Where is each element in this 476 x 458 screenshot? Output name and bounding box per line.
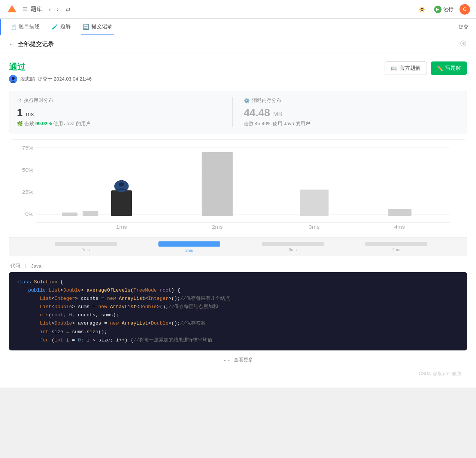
- nav-arrows: ‹ › ⇄: [46, 4, 73, 14]
- svg-rect-22: [62, 213, 77, 216]
- timeline-label-3ms: 3ms: [289, 247, 297, 252]
- problem-list-icon: ☰: [22, 6, 28, 13]
- code-section: 代码 ｜ Java class Solution { public List<D…: [9, 262, 467, 368]
- tab-description[interactable]: 📄 题目描述: [9, 19, 41, 35]
- timeline-label-1ms: 1ms: [82, 247, 90, 252]
- svg-line-6: [424, 7, 424, 7]
- svg-line-10: [424, 11, 424, 12]
- timeline-bar: 1ms 2ms 3ms 4ms: [9, 237, 467, 256]
- book-icon: 📖: [391, 65, 397, 71]
- result-meta: 殷志鹏 提交于 2024.03.04 21:46: [9, 75, 92, 83]
- stats-cards: ⏱ 执行用时分布 1 ms 🌿 击败 99.92% 使用 Java 的用户 ⚙️…: [9, 91, 467, 133]
- next-problem-button[interactable]: ›: [54, 4, 61, 14]
- timeline-bar-2ms: [158, 241, 221, 247]
- code-line-4: List<Double> sums = new ArrayList<Double…: [16, 303, 460, 311]
- timeline-label-4ms: 4ms: [392, 247, 400, 252]
- csdn-watermark: CSDN @殷 grd_志鹏: [9, 368, 467, 380]
- svg-rect-24: [111, 190, 132, 216]
- svg-line-5: [420, 7, 421, 7]
- memory-icon: ⚙️: [244, 98, 250, 103]
- timeline-1ms[interactable]: 1ms: [34, 242, 137, 252]
- mem-stat-card: ⚙️ 消耗内存分布 44.48 MB 击败 45.40% 使用 Java 的用户: [232, 97, 459, 127]
- run-button[interactable]: ▶ 运行: [434, 6, 454, 13]
- code-line-3: List<Integer> counts = new ArrayList<Int…: [16, 295, 460, 303]
- view-more[interactable]: ⌄⌄ 查看更多: [9, 352, 467, 368]
- svg-text:25%: 25%: [22, 189, 33, 195]
- nav-title-area: ☰ 题库: [22, 6, 42, 13]
- top-nav: ☰ 题库 ‹ › ⇄ ▶ 运行 G: [0, 0, 476, 19]
- avatar-text: G: [463, 7, 466, 12]
- submitted-at: 提交于 2024.03.04 21:46: [38, 76, 92, 82]
- svg-text:4ms: 4ms: [394, 225, 405, 230]
- timeline-4ms[interactable]: 4ms: [345, 242, 448, 252]
- code-line-2: public List<Double> averageOfLevels(Tree…: [16, 286, 460, 295]
- official-solution-button[interactable]: 📖 官方题解: [385, 61, 427, 75]
- svg-rect-28: [300, 190, 328, 216]
- result-buttons: 📖 官方题解 ✏️ 写题解: [385, 61, 467, 75]
- chart-wrapper: 75% 50% 25% 0%: [9, 140, 467, 237]
- mem-stat-value: 44.48 MB: [244, 107, 452, 119]
- all-submissions-label: 全部提交记录: [18, 40, 54, 48]
- code-block: class Solution { public List<Double> ave…: [9, 272, 467, 350]
- code-separator: ｜: [23, 262, 28, 269]
- svg-rect-23: [83, 211, 98, 216]
- debug-button[interactable]: [416, 3, 428, 15]
- time-stat-value: 1 ms: [17, 107, 225, 119]
- view-more-label: 查看更多: [234, 356, 253, 363]
- solution-tab-icon: 🧪: [52, 24, 58, 30]
- logo[interactable]: [6, 3, 18, 15]
- code-lang: Java: [31, 263, 41, 269]
- problem-list-label[interactable]: 题库: [31, 6, 42, 13]
- shuffle-button[interactable]: ⇄: [63, 4, 73, 14]
- svg-text:0%: 0%: [25, 212, 33, 217]
- time-stat-label: ⏱ 执行用时分布: [17, 97, 225, 104]
- user-avatar[interactable]: G: [460, 4, 470, 15]
- tab-description-label: 题目描述: [19, 23, 40, 30]
- submitter-avatar: [9, 75, 17, 83]
- svg-line-9: [420, 11, 421, 12]
- tab-submissions[interactable]: 🔄 提交记录: [81, 19, 114, 35]
- svg-rect-27: [202, 152, 233, 216]
- tab-solution[interactable]: 🧪 题解: [50, 19, 72, 35]
- write-solution-label: 写题解: [445, 65, 461, 72]
- timeline-2ms[interactable]: 2ms: [137, 241, 241, 253]
- result-left: 通过 殷志鹏 提交于 2024.03.04 21:46: [9, 61, 92, 83]
- run-label: 运行: [443, 6, 454, 13]
- pencil-icon: ✏️: [437, 65, 443, 71]
- svg-text:2ms: 2ms: [212, 225, 223, 230]
- chevron-down-icon: ⌄⌄: [223, 357, 231, 362]
- leaf-icon: 🌿: [17, 121, 23, 126]
- svg-text:1ms: 1ms: [116, 225, 127, 230]
- back-button[interactable]: ←: [9, 41, 15, 48]
- submitter-name: 殷志鹏: [20, 76, 35, 82]
- submission-header: ← 全部提交记录: [0, 35, 476, 54]
- share-icon[interactable]: [460, 40, 467, 49]
- mem-stat-label: ⚙️ 消耗内存分布: [244, 97, 452, 104]
- timeline-bar-3ms: [262, 242, 324, 246]
- svg-text:3ms: 3ms: [309, 225, 319, 230]
- svg-text:50%: 50%: [22, 167, 33, 172]
- run-icon: ▶: [434, 6, 442, 13]
- svg-point-26: [119, 182, 124, 186]
- code-line-1: class Solution {: [16, 278, 460, 286]
- svg-point-4: [422, 8, 424, 9]
- performance-chart: 75% 50% 25% 0%: [15, 144, 461, 237]
- write-solution-button[interactable]: ✏️ 写题解: [431, 61, 467, 75]
- tab-submissions-label: 提交记录: [91, 23, 112, 30]
- timeline-bar-1ms: [55, 242, 117, 246]
- code-line-7: int size = sums.size();: [16, 328, 460, 336]
- code-label: 代码: [10, 262, 20, 269]
- timeline-3ms[interactable]: 3ms: [241, 242, 345, 252]
- time-stat-card: ⏱ 执行用时分布 1 ms 🌿 击败 99.92% 使用 Java 的用户: [17, 97, 232, 127]
- submissions-tab-icon: 🔄: [83, 24, 89, 30]
- timeline-bar-4ms: [365, 242, 427, 246]
- main-content: 通过 殷志鹏 提交于 2024.03.04 21:46 📖 官方题解: [0, 54, 476, 388]
- svg-point-3: [421, 8, 422, 9]
- prev-problem-button[interactable]: ‹: [46, 4, 53, 14]
- tab-right-submit[interactable]: 提交: [459, 24, 469, 30]
- svg-point-12: [12, 77, 15, 80]
- time-beat-text: 🌿 击败 99.92% 使用 Java 的用户: [17, 120, 225, 127]
- official-solution-label: 官方题解: [400, 65, 421, 72]
- tab-solution-label: 题解: [60, 23, 71, 30]
- description-tab-icon: 📄: [10, 24, 16, 30]
